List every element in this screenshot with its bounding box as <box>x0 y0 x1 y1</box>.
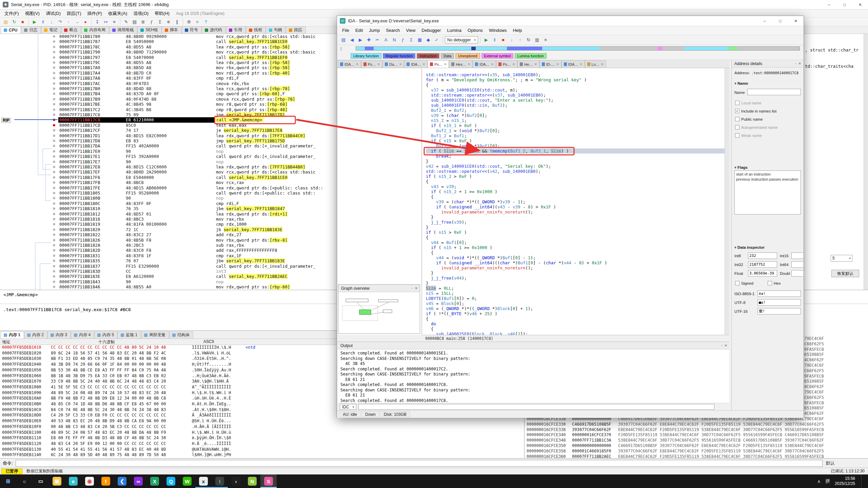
step-out-icon[interactable]: ↑ <box>516 37 524 43</box>
pseudocode-line[interactable]: } <box>426 270 729 276</box>
row-dot[interactable] <box>53 87 55 90</box>
maximize-button[interactable]: □ <box>837 0 852 9</box>
symbols-icon[interactable]: Σ <box>156 19 164 25</box>
help-icon[interactable]: ? <box>202 19 210 25</box>
minimize-button[interactable]: – <box>757 16 772 26</box>
menu-Help[interactable]: Help <box>510 27 525 34</box>
firefox-icon[interactable]: f <box>98 474 114 488</box>
pseudocode-line[interactable]: n15 = 15LL; <box>426 291 729 296</box>
forward-icon[interactable]: ▶ <box>357 37 364 43</box>
pseudocode-line[interactable]: Buf2_1 = Buf2; <box>426 108 729 113</box>
names-icon[interactable]: N <box>391 37 398 43</box>
clock[interactable]: 15:56 2025/12/25 <box>835 476 855 486</box>
script-icon[interactable]: ƒ <box>148 19 155 25</box>
close-button[interactable]: ✕ <box>852 0 868 9</box>
navigation-band[interactable] <box>356 46 800 50</box>
row-dot[interactable] <box>53 281 55 283</box>
tab-SEH链[interactable]: SEH链 <box>137 26 162 34</box>
tab-源代码[interactable]: 源代码 <box>202 26 226 34</box>
row-dot[interactable] <box>53 145 55 147</box>
tab-调用堆栈[interactable]: 调用堆栈 <box>109 26 137 34</box>
row-dot[interactable] <box>53 181 55 184</box>
checkbox-box[interactable] <box>735 101 739 105</box>
threads-icon[interactable]: ∥ <box>173 19 181 25</box>
add-icon[interactable]: ✚ <box>365 37 373 43</box>
windows-list-icon[interactable]: ▥ <box>533 37 541 43</box>
document-tab[interactable]: ID-…✕ <box>539 60 561 68</box>
document-tab[interactable]: Hex…✕ <box>449 60 473 68</box>
document-tab[interactable]: IDA…✕ <box>473 60 496 68</box>
pseudocode-line[interactable]: } <box>426 281 729 286</box>
checkbox-autogenerated-name[interactable]: Autogenerated name <box>735 125 777 129</box>
navband-grip[interactable]: ⣿ <box>340 47 342 50</box>
tab-内存 2[interactable]: 内存 2 <box>24 331 47 339</box>
pseudocode-line[interactable]: v43 = v39; <box>426 184 729 189</box>
pseudocode-line[interactable]: Size = 0LL; <box>426 286 729 291</box>
float-icon[interactable]: ▫ <box>795 62 796 65</box>
pseudocode-line[interactable]: j_j_free(v39); <box>426 220 729 225</box>
row-dot[interactable] <box>53 56 55 59</box>
row-dot[interactable] <box>53 77 55 79</box>
document-tab[interactable]: He…✕ <box>517 60 539 68</box>
row-dot[interactable] <box>53 202 55 205</box>
row-dot[interactable] <box>53 135 55 137</box>
tab-结构体[interactable]: 结构体 <box>169 331 193 339</box>
data-inspector-header[interactable]: Data inspector <box>734 245 765 250</box>
refresh-icon[interactable]: ↻ <box>525 37 532 43</box>
name-section-header[interactable]: Name <box>734 81 748 86</box>
pseudocode-line[interactable]: { <box>426 194 729 199</box>
document-tab[interactable]: Da…✕ <box>382 60 404 68</box>
pseudocode-line[interactable]: if ( n15 > 0xF ) <box>426 138 729 143</box>
row-dot[interactable] <box>53 176 55 179</box>
tab-日志[interactable]: 日志 <box>21 26 41 34</box>
breakpoint-dot[interactable] <box>53 124 55 126</box>
terminal-icon[interactable]: › <box>228 474 244 488</box>
output-titlebar[interactable]: Output ▫✕ <box>338 342 729 349</box>
row-dot[interactable] <box>53 249 55 251</box>
inspector-value[interactable] <box>791 270 803 277</box>
settings-icon[interactable]: ⚙ <box>185 19 193 25</box>
encoding-value[interactable]: 懨! <box>757 308 801 314</box>
x64dbg-titlebar[interactable]: ✱ Serial_key.exe - PID: 14916 - 模块: seri… <box>0 0 868 9</box>
row-dot[interactable] <box>53 114 55 116</box>
checkbox-local-name[interactable]: Local name <box>735 101 761 105</box>
text-icon[interactable]: A <box>382 37 390 43</box>
inspector-value[interactable] <box>791 261 803 268</box>
pseudocode-line[interactable]: Buf2_1 = (void *)Buf2[0]; <box>426 128 729 133</box>
close-icon[interactable]: ✕ <box>725 344 727 347</box>
row-dot[interactable] <box>53 207 55 210</box>
menu-Windows[interactable]: Windows <box>486 27 510 34</box>
pause-icon[interactable]: ‖ <box>39 19 47 25</box>
tab-close-icon[interactable]: ✕ <box>579 62 582 66</box>
row-dot[interactable] <box>53 40 55 43</box>
row-dot[interactable] <box>53 239 55 241</box>
row-dot[interactable] <box>53 171 55 173</box>
checkbox-box[interactable] <box>735 125 739 129</box>
stop-icon[interactable]: ■ <box>19 19 26 25</box>
run-to-user-code-icon[interactable]: → <box>73 19 81 25</box>
tab-内存 5[interactable]: 内存 5 <box>94 331 118 339</box>
row-dot[interactable] <box>53 218 55 220</box>
checkbox-weak-name[interactable]: Weak name <box>735 133 762 138</box>
tab-close-icon[interactable]: ✕ <box>556 62 559 66</box>
pseudocode-line[interactable]: v46 = (_QWORD *)*((_QWORD *)Block[0] + 1… <box>426 306 729 311</box>
show-desktop-button[interactable] <box>861 474 863 488</box>
row-dot[interactable] <box>53 150 55 152</box>
menu-帮助(H)[interactable]: 帮助(H) <box>152 10 173 17</box>
graph-overview-canvas[interactable] <box>338 292 420 333</box>
row-dot[interactable] <box>53 244 55 246</box>
row-dot[interactable] <box>53 255 55 257</box>
pseudocode-line[interactable]: v44 = (void *)*((_QWORD *)Buf1[0] - 1); <box>426 255 729 260</box>
row-dot[interactable] <box>53 192 55 194</box>
pseudocode-scrollbar[interactable] <box>725 68 729 335</box>
close-button[interactable]: ✕ <box>788 16 804 26</box>
float-icon[interactable]: ▫ <box>721 344 723 347</box>
segments-icon[interactable]: ▦ <box>416 37 423 43</box>
pseudocode-line[interactable]: sub_140001CE0(std::cout, "Enter a serial… <box>426 98 729 103</box>
command-profile[interactable]: 默认 <box>826 460 835 466</box>
checkbox-hex[interactable]: Hex <box>768 281 781 285</box>
tab-内存 4[interactable]: 内存 4 <box>71 331 94 339</box>
tray-chevron-icon[interactable]: ∧ <box>817 479 821 484</box>
row-dot[interactable] <box>53 197 55 199</box>
minimize-button[interactable]: – <box>821 0 837 9</box>
